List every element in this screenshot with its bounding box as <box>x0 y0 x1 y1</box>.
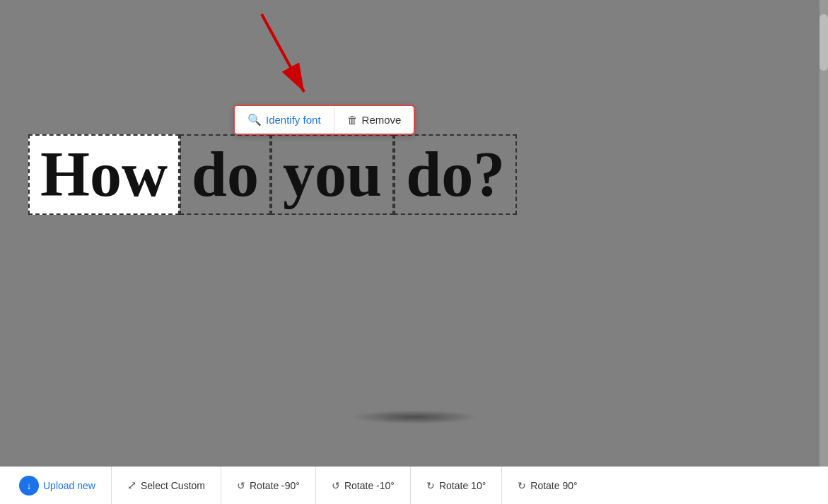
rotate-neg90-label: Rotate -90° <box>250 480 300 491</box>
rotate-10-button[interactable]: ↻ Rotate 10° <box>425 477 487 494</box>
word-box-how[interactable]: How <box>28 134 180 215</box>
word-text-do1: do <box>192 143 259 206</box>
remove-button[interactable]: 🗑 Remove <box>334 107 414 133</box>
rotate-neg90-icon: ↺ <box>237 480 245 491</box>
search-icon: 🔍 <box>247 113 262 127</box>
rotate-90-button[interactable]: ↻ Rotate 90° <box>516 477 578 494</box>
word-text-you: you <box>283 143 382 206</box>
word-box-do2[interactable]: do? <box>394 134 517 215</box>
rotate-10-label: Rotate 10° <box>439 480 486 491</box>
rotate-10-icon: ↻ <box>426 480 435 491</box>
upload-section: ↓ Upload new <box>14 467 112 504</box>
identify-font-label: Identify font <box>266 114 321 126</box>
upload-new-button[interactable]: ↓ Upload new <box>18 473 97 498</box>
rotate-neg10-button[interactable]: ↺ Rotate -10° <box>330 477 396 494</box>
rotate-neg10-icon: ↺ <box>332 480 340 491</box>
cursor-icon: ⤢ <box>127 479 136 492</box>
rotate-neg90-button[interactable]: ↺ Rotate -90° <box>235 477 301 494</box>
trash-icon: 🗑 <box>347 114 358 126</box>
rotate-neg90-section: ↺ Rotate -90° <box>221 467 316 504</box>
remove-label: Remove <box>362 114 402 126</box>
scrollbar-thumb[interactable] <box>820 14 828 71</box>
rotate-10-section: ↻ Rotate 10° <box>411 467 502 504</box>
upload-new-label: Upload new <box>43 480 95 491</box>
select-custom-label: Select Custom <box>141 480 205 491</box>
arrow-indicator <box>240 7 325 106</box>
upload-icon: ↓ <box>19 476 39 496</box>
select-section: ⤢ Select Custom <box>112 467 221 504</box>
word-box-you[interactable]: you <box>271 134 394 215</box>
bottom-toolbar: ↓ Upload new ⤢ Select Custom ↺ Rotate -9… <box>0 467 828 504</box>
scrollbar[interactable] <box>820 0 828 467</box>
rotate-90-label: Rotate 90° <box>530 480 577 491</box>
rotate-neg10-label: Rotate -10° <box>344 480 395 491</box>
select-custom-button[interactable]: ⤢ Select Custom <box>126 476 206 495</box>
svg-line-1 <box>262 14 304 92</box>
identify-font-button[interactable]: 🔍 Identify font <box>235 106 334 134</box>
word-text-do2: do? <box>406 143 505 206</box>
word-text-how: How <box>40 143 168 206</box>
rotate-neg10-section: ↺ Rotate -10° <box>316 467 411 504</box>
rotate-90-section: ↻ Rotate 90° <box>502 467 593 504</box>
rotate-90-icon: ↻ <box>518 480 526 491</box>
text-row: How do you do? <box>28 134 517 215</box>
context-menu: 🔍 Identify font 🗑 Remove <box>233 105 415 135</box>
shadow-decoration <box>351 410 478 424</box>
word-box-do1[interactable]: do <box>180 134 271 215</box>
canvas-area: 🔍 Identify font 🗑 Remove How do you do? <box>0 0 828 467</box>
